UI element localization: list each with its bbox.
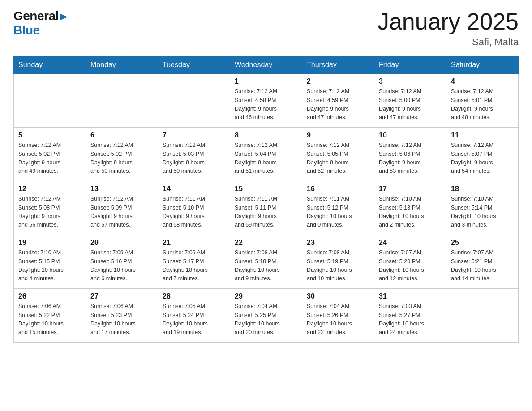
calendar-cell: 27Sunrise: 7:06 AMSunset: 5:23 PMDayligh… [86,289,158,342]
day-number: 8 [235,131,297,139]
day-info: Sunrise: 7:12 AMSunset: 4:59 PMDaylight:… [307,87,369,122]
calendar-cell [14,74,86,128]
day-number: 26 [18,292,81,300]
day-info: Sunrise: 7:08 AMSunset: 5:18 PMDaylight:… [235,248,297,283]
calendar-cell [446,289,519,342]
day-number: 31 [379,292,442,300]
day-number: 22 [235,239,297,247]
page-header: General Blue January 2025 Safi, Malta [13,9,519,48]
calendar-cell: 28Sunrise: 7:05 AMSunset: 5:24 PMDayligh… [158,289,230,342]
day-of-week-header: Sunday [14,56,86,74]
day-number: 6 [90,131,153,139]
day-info: Sunrise: 7:10 AMSunset: 5:13 PMDaylight:… [379,195,442,230]
calendar-cell: 19Sunrise: 7:10 AMSunset: 5:15 PMDayligh… [14,235,86,289]
calendar-week-row: 1Sunrise: 7:12 AMSunset: 4:58 PMDaylight… [14,74,519,128]
calendar-cell: 2Sunrise: 7:12 AMSunset: 4:59 PMDaylight… [302,74,374,128]
day-info: Sunrise: 7:12 AMSunset: 4:58 PMDaylight:… [235,87,297,122]
day-number: 30 [307,292,369,300]
logo: General Blue [13,9,69,38]
calendar-cell: 29Sunrise: 7:04 AMSunset: 5:25 PMDayligh… [230,289,302,342]
calendar-cell: 5Sunrise: 7:12 AMSunset: 5:02 PMDaylight… [14,128,86,181]
day-info: Sunrise: 7:11 AMSunset: 5:10 PMDaylight:… [163,195,225,230]
calendar-cell: 12Sunrise: 7:12 AMSunset: 5:08 PMDayligh… [14,181,86,235]
day-of-week-header: Thursday [302,56,374,74]
calendar-cell: 11Sunrise: 7:12 AMSunset: 5:07 PMDayligh… [446,128,519,181]
day-number: 20 [90,239,153,247]
day-info: Sunrise: 7:12 AMSunset: 5:01 PMDaylight:… [451,87,514,122]
day-of-week-header: Friday [374,56,446,74]
title-block: January 2025 Safi, Malta [378,9,519,48]
day-number: 12 [18,185,81,193]
day-info: Sunrise: 7:12 AMSunset: 5:02 PMDaylight:… [18,141,81,176]
day-of-week-header: Monday [86,56,158,74]
day-number: 4 [451,77,514,86]
calendar-cell: 17Sunrise: 7:10 AMSunset: 5:13 PMDayligh… [374,181,446,235]
day-number: 25 [451,239,514,247]
day-number: 29 [235,292,297,300]
calendar-cell: 8Sunrise: 7:12 AMSunset: 5:04 PMDaylight… [230,128,302,181]
day-info: Sunrise: 7:04 AMSunset: 5:26 PMDaylight:… [307,302,369,337]
day-of-week-header: Saturday [446,56,519,74]
calendar-table: SundayMondayTuesdayWednesdayThursdayFrid… [13,56,519,342]
calendar-cell: 24Sunrise: 7:07 AMSunset: 5:20 PMDayligh… [374,235,446,289]
day-info: Sunrise: 7:10 AMSunset: 5:15 PMDaylight:… [18,248,81,283]
day-info: Sunrise: 7:12 AMSunset: 5:09 PMDaylight:… [90,195,153,230]
logo-triangle-icon [60,12,69,21]
logo-general-text: General [13,9,59,23]
logo-blue-text: Blue [13,23,40,38]
day-number: 14 [163,185,225,193]
day-info: Sunrise: 7:12 AMSunset: 5:08 PMDaylight:… [18,195,81,230]
calendar-cell: 25Sunrise: 7:07 AMSunset: 5:21 PMDayligh… [446,235,519,289]
calendar-cell [158,74,230,128]
day-info: Sunrise: 7:12 AMSunset: 5:05 PMDaylight:… [307,141,369,176]
calendar-cell: 1Sunrise: 7:12 AMSunset: 4:58 PMDaylight… [230,74,302,128]
calendar-cell [86,74,158,128]
day-info: Sunrise: 7:04 AMSunset: 5:25 PMDaylight:… [235,302,297,337]
day-number: 16 [307,185,369,193]
calendar-cell: 15Sunrise: 7:11 AMSunset: 5:11 PMDayligh… [230,181,302,235]
day-info: Sunrise: 7:12 AMSunset: 5:02 PMDaylight:… [90,141,153,176]
calendar-cell: 20Sunrise: 7:09 AMSunset: 5:16 PMDayligh… [86,235,158,289]
day-number: 24 [379,239,442,247]
calendar-cell: 21Sunrise: 7:09 AMSunset: 5:17 PMDayligh… [158,235,230,289]
calendar-cell: 26Sunrise: 7:06 AMSunset: 5:22 PMDayligh… [14,289,86,342]
day-info: Sunrise: 7:07 AMSunset: 5:20 PMDaylight:… [379,248,442,283]
calendar-header-row: SundayMondayTuesdayWednesdayThursdayFrid… [14,56,519,74]
calendar-cell: 23Sunrise: 7:08 AMSunset: 5:19 PMDayligh… [302,235,374,289]
calendar-week-row: 26Sunrise: 7:06 AMSunset: 5:22 PMDayligh… [14,289,519,342]
day-of-week-header: Wednesday [230,56,302,74]
day-info: Sunrise: 7:06 AMSunset: 5:22 PMDaylight:… [18,302,81,337]
calendar-title: January 2025 [378,9,519,34]
calendar-cell: 9Sunrise: 7:12 AMSunset: 5:05 PMDaylight… [302,128,374,181]
calendar-cell: 7Sunrise: 7:12 AMSunset: 5:03 PMDaylight… [158,128,230,181]
calendar-subtitle: Safi, Malta [378,36,519,48]
day-info: Sunrise: 7:12 AMSunset: 5:00 PMDaylight:… [379,87,442,122]
day-number: 9 [307,131,369,139]
calendar-cell: 3Sunrise: 7:12 AMSunset: 5:00 PMDaylight… [374,74,446,128]
day-number: 27 [90,292,153,300]
day-info: Sunrise: 7:09 AMSunset: 5:17 PMDaylight:… [163,248,225,283]
day-info: Sunrise: 7:05 AMSunset: 5:24 PMDaylight:… [163,302,225,337]
svg-marker-0 [60,13,68,21]
day-info: Sunrise: 7:07 AMSunset: 5:21 PMDaylight:… [451,248,514,283]
day-number: 1 [235,77,297,86]
day-info: Sunrise: 7:03 AMSunset: 5:27 PMDaylight:… [379,302,442,337]
day-info: Sunrise: 7:11 AMSunset: 5:11 PMDaylight:… [235,195,297,230]
day-number: 10 [379,131,442,139]
calendar-cell: 18Sunrise: 7:10 AMSunset: 5:14 PMDayligh… [446,181,519,235]
day-info: Sunrise: 7:11 AMSunset: 5:12 PMDaylight:… [307,195,369,230]
day-info: Sunrise: 7:10 AMSunset: 5:14 PMDaylight:… [451,195,514,230]
day-number: 17 [379,185,442,193]
calendar-cell: 14Sunrise: 7:11 AMSunset: 5:10 PMDayligh… [158,181,230,235]
calendar-cell: 10Sunrise: 7:12 AMSunset: 5:06 PMDayligh… [374,128,446,181]
day-info: Sunrise: 7:09 AMSunset: 5:16 PMDaylight:… [90,248,153,283]
day-number: 7 [163,131,225,139]
calendar-cell: 22Sunrise: 7:08 AMSunset: 5:18 PMDayligh… [230,235,302,289]
day-number: 21 [163,239,225,247]
calendar-week-row: 12Sunrise: 7:12 AMSunset: 5:08 PMDayligh… [14,181,519,235]
calendar-cell: 6Sunrise: 7:12 AMSunset: 5:02 PMDaylight… [86,128,158,181]
calendar-cell: 30Sunrise: 7:04 AMSunset: 5:26 PMDayligh… [302,289,374,342]
day-number: 2 [307,77,369,86]
day-number: 13 [90,185,153,193]
day-info: Sunrise: 7:06 AMSunset: 5:23 PMDaylight:… [90,302,153,337]
